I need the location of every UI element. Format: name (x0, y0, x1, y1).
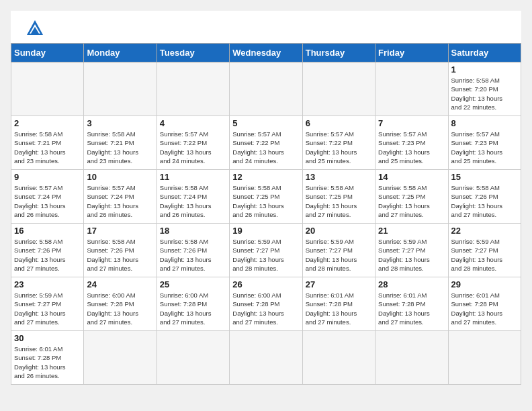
calendar-page: SundayMondayTuesdayWednesdayThursdayFrid… (11, 11, 521, 385)
cell-day-number: 21 (378, 226, 445, 236)
cell-info: Sunrise: 6:01 AMSunset: 7:28 PMDaylight:… (451, 291, 518, 326)
weekday-header-friday: Friday (375, 44, 448, 62)
calendar-cell (84, 331, 157, 385)
cell-day-number: 27 (306, 279, 372, 289)
cell-day-number: 29 (451, 279, 518, 289)
calendar-cell: 12Sunrise: 5:58 AMSunset: 7:25 PMDayligh… (230, 170, 302, 224)
calendar-cell: 14Sunrise: 5:58 AMSunset: 7:25 PMDayligh… (375, 170, 448, 224)
weekday-header-thursday: Thursday (302, 44, 375, 62)
calendar-row: 23Sunrise: 5:59 AMSunset: 7:27 PMDayligh… (11, 277, 521, 331)
calendar-cell: 26Sunrise: 6:00 AMSunset: 7:28 PMDayligh… (230, 277, 302, 331)
cell-info: Sunrise: 6:01 AMSunset: 7:28 PMDaylight:… (378, 291, 445, 326)
calendar-cell (230, 62, 302, 116)
cell-day-number: 14 (378, 172, 445, 182)
calendar-cell: 16Sunrise: 5:58 AMSunset: 7:26 PMDayligh… (11, 224, 84, 277)
calendar-cell: 19Sunrise: 5:59 AMSunset: 7:27 PMDayligh… (230, 224, 302, 277)
cell-info: Sunrise: 5:58 AMSunset: 7:26 PMDaylight:… (451, 183, 518, 219)
cell-info: Sunrise: 6:00 AMSunset: 7:28 PMDaylight:… (160, 291, 226, 326)
cell-day-number: 1 (451, 64, 518, 75)
calendar-cell: 20Sunrise: 5:59 AMSunset: 7:27 PMDayligh… (302, 224, 375, 277)
cell-info: Sunrise: 6:01 AMSunset: 7:28 PMDaylight:… (14, 345, 81, 380)
cell-day-number: 15 (451, 172, 518, 182)
calendar-cell: 22Sunrise: 5:59 AMSunset: 7:27 PMDayligh… (448, 224, 521, 277)
cell-day-number: 18 (160, 226, 226, 236)
cell-day-number: 28 (378, 279, 445, 289)
cell-day-number: 26 (232, 279, 299, 289)
cell-info: Sunrise: 5:58 AMSunset: 7:25 PMDaylight:… (232, 183, 299, 219)
cell-info: Sunrise: 6:00 AMSunset: 7:28 PMDaylight:… (232, 291, 299, 326)
calendar-cell: 6Sunrise: 5:57 AMSunset: 7:22 PMDaylight… (302, 116, 375, 170)
cell-day-number: 19 (232, 226, 299, 236)
cell-day-number: 20 (306, 226, 372, 236)
cell-info: Sunrise: 6:01 AMSunset: 7:28 PMDaylight:… (306, 291, 372, 326)
cell-day-number: 24 (87, 279, 153, 289)
cell-day-number: 13 (306, 172, 372, 182)
cell-info: Sunrise: 5:58 AMSunset: 7:24 PMDaylight:… (160, 183, 226, 219)
calendar-cell: 30Sunrise: 6:01 AMSunset: 7:28 PMDayligh… (11, 331, 84, 385)
cell-info: Sunrise: 5:59 AMSunset: 7:27 PMDaylight:… (14, 291, 81, 326)
calendar-cell: 28Sunrise: 6:01 AMSunset: 7:28 PMDayligh… (375, 277, 448, 331)
calendar-cell (84, 62, 157, 116)
weekday-header-sunday: Sunday (11, 44, 84, 62)
cell-info: Sunrise: 5:58 AMSunset: 7:20 PMDaylight:… (451, 76, 518, 111)
calendar-cell: 23Sunrise: 5:59 AMSunset: 7:27 PMDayligh… (11, 277, 84, 331)
cell-day-number: 16 (14, 226, 81, 236)
calendar-cell (302, 331, 375, 385)
calendar-cell: 4Sunrise: 5:57 AMSunset: 7:22 PMDaylight… (157, 116, 229, 170)
weekday-header-row: SundayMondayTuesdayWednesdayThursdayFrid… (11, 44, 521, 62)
calendar-row: 1Sunrise: 5:58 AMSunset: 7:20 PMDaylight… (11, 62, 521, 116)
calendar-cell: 17Sunrise: 5:58 AMSunset: 7:26 PMDayligh… (84, 224, 157, 277)
calendar-row: 9Sunrise: 5:57 AMSunset: 7:24 PMDaylight… (11, 170, 521, 224)
cell-info: Sunrise: 5:57 AMSunset: 7:22 PMDaylight:… (160, 130, 226, 165)
cell-info: Sunrise: 5:58 AMSunset: 7:21 PMDaylight:… (87, 130, 153, 165)
cell-day-number: 4 (160, 118, 226, 128)
logo-icon (26, 19, 44, 38)
calendar-cell (448, 331, 521, 385)
weekday-header-monday: Monday (84, 44, 157, 62)
header (11, 11, 521, 43)
calendar-cell: 10Sunrise: 5:57 AMSunset: 7:24 PMDayligh… (84, 170, 157, 224)
cell-day-number: 7 (378, 118, 445, 128)
calendar-cell: 21Sunrise: 5:59 AMSunset: 7:27 PMDayligh… (375, 224, 448, 277)
calendar-cell: 25Sunrise: 6:00 AMSunset: 7:28 PMDayligh… (157, 277, 229, 331)
cell-day-number: 5 (232, 118, 299, 128)
calendar-cell (302, 62, 375, 116)
cell-info: Sunrise: 6:00 AMSunset: 7:28 PMDaylight:… (87, 291, 153, 326)
cell-day-number: 11 (160, 172, 226, 182)
calendar-row: 2Sunrise: 5:58 AMSunset: 7:21 PMDaylight… (11, 116, 521, 170)
calendar-row: 16Sunrise: 5:58 AMSunset: 7:26 PMDayligh… (11, 224, 521, 277)
cell-day-number: 9 (14, 172, 81, 182)
cell-info: Sunrise: 5:57 AMSunset: 7:22 PMDaylight:… (232, 130, 299, 165)
calendar-cell (157, 62, 229, 116)
cell-day-number: 6 (306, 118, 372, 128)
calendar-table: SundayMondayTuesdayWednesdayThursdayFrid… (11, 43, 521, 385)
cell-info: Sunrise: 5:57 AMSunset: 7:24 PMDaylight:… (14, 183, 81, 219)
calendar-cell: 11Sunrise: 5:58 AMSunset: 7:24 PMDayligh… (157, 170, 229, 224)
calendar-row: 30Sunrise: 6:01 AMSunset: 7:28 PMDayligh… (11, 331, 521, 385)
cell-info: Sunrise: 5:57 AMSunset: 7:22 PMDaylight:… (306, 130, 372, 165)
cell-info: Sunrise: 5:58 AMSunset: 7:26 PMDaylight:… (87, 237, 153, 273)
cell-info: Sunrise: 5:58 AMSunset: 7:25 PMDaylight:… (378, 183, 445, 219)
cell-day-number: 17 (87, 226, 153, 236)
calendar-cell: 8Sunrise: 5:57 AMSunset: 7:23 PMDaylight… (448, 116, 521, 170)
cell-day-number: 23 (14, 279, 81, 289)
cell-day-number: 10 (87, 172, 153, 182)
calendar-cell: 29Sunrise: 6:01 AMSunset: 7:28 PMDayligh… (448, 277, 521, 331)
calendar-cell (375, 62, 448, 116)
weekday-header-saturday: Saturday (448, 44, 521, 62)
cell-day-number: 25 (160, 279, 226, 289)
cell-info: Sunrise: 5:58 AMSunset: 7:21 PMDaylight:… (14, 130, 81, 165)
calendar-cell: 1Sunrise: 5:58 AMSunset: 7:20 PMDaylight… (448, 62, 521, 116)
calendar-cell: 24Sunrise: 6:00 AMSunset: 7:28 PMDayligh… (84, 277, 157, 331)
calendar-cell: 27Sunrise: 6:01 AMSunset: 7:28 PMDayligh… (302, 277, 375, 331)
weekday-header-tuesday: Tuesday (157, 44, 229, 62)
cell-day-number: 22 (451, 226, 518, 236)
calendar-cell: 18Sunrise: 5:58 AMSunset: 7:26 PMDayligh… (157, 224, 229, 277)
calendar-cell: 7Sunrise: 5:57 AMSunset: 7:23 PMDaylight… (375, 116, 448, 170)
cell-info: Sunrise: 5:58 AMSunset: 7:25 PMDaylight:… (306, 183, 372, 219)
calendar-cell (375, 331, 448, 385)
calendar-cell (230, 331, 302, 385)
cell-info: Sunrise: 5:59 AMSunset: 7:27 PMDaylight:… (306, 237, 372, 273)
cell-day-number: 3 (87, 118, 153, 128)
cell-info: Sunrise: 5:59 AMSunset: 7:27 PMDaylight:… (232, 237, 299, 273)
